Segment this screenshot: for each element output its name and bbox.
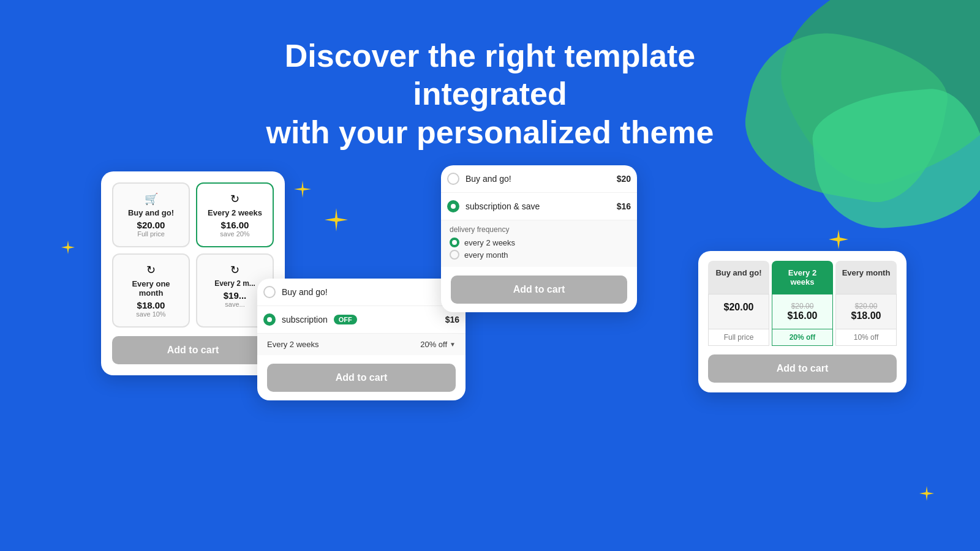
col-header-2weeks[interactable]: Every 2 weeks bbox=[772, 261, 833, 294]
card1-cell-buy[interactable]: 🛒 Buy and go! $20.00 Full price bbox=[112, 182, 190, 247]
freq-value: 20% off ▼ bbox=[420, 340, 456, 349]
radio-left-buy: Buy and go! bbox=[263, 286, 328, 298]
freq-value-text: 20% off bbox=[420, 340, 447, 349]
radio-row-sub[interactable]: subscription OFF $16 bbox=[257, 306, 466, 334]
cell2-price: $16.00 bbox=[203, 220, 266, 230]
col-price-2weeks-old: $20.00 bbox=[777, 302, 827, 310]
card3-row-buy[interactable]: Buy and go! $20 bbox=[441, 165, 637, 193]
card3-footer: Add to cart bbox=[441, 267, 637, 312]
cell1-price: $20.00 bbox=[119, 220, 183, 230]
card1-add-to-cart[interactable]: Add to cart bbox=[112, 336, 274, 364]
freq-label-month: every month bbox=[464, 250, 508, 260]
cell3-price: $18.00 bbox=[119, 300, 183, 310]
radio-label-sub: subscription bbox=[282, 315, 328, 324]
card1-cell-2weeks[interactable]: ↻ Every 2 weeks $16.00 save 20% bbox=[196, 182, 274, 247]
refresh-icon: ↻ bbox=[203, 192, 266, 206]
card3-radio-sub[interactable] bbox=[447, 200, 459, 212]
card3-left-sub: subscription & save bbox=[447, 200, 540, 212]
col-headers: Buy and go! Every 2 weeks Every month bbox=[708, 261, 897, 294]
col-price-month-value: $18.00 bbox=[841, 310, 891, 321]
card1-grid: 🛒 Buy and go! $20.00 Full price ↻ Every … bbox=[112, 182, 274, 328]
cell4-title: Every 2 m... bbox=[203, 279, 266, 288]
card3-label-buy: Buy and go! bbox=[466, 174, 511, 184]
card3-left-buy: Buy and go! bbox=[447, 173, 511, 185]
cell3-sub: save 10% bbox=[119, 310, 183, 318]
freq-option-month[interactable]: every month bbox=[450, 250, 628, 260]
col-sub-buy: Full price bbox=[708, 329, 769, 346]
col-price-month: $20.00 $18.00 bbox=[835, 294, 897, 329]
col-prices: $20.00 $20.00 $16.00 $20.00 $18.00 bbox=[708, 294, 897, 329]
freq-label: Every 2 weeks bbox=[267, 340, 319, 349]
card-subscription-toggle: Buy and go! $20 subscription OFF $16 Eve… bbox=[257, 279, 466, 400]
cell1-title: Buy and go! bbox=[119, 208, 183, 217]
cell2-sub: save 20% bbox=[203, 230, 266, 238]
cell2-title: Every 2 weeks bbox=[203, 208, 266, 217]
delivery-freq-label: delivery frequency bbox=[450, 225, 628, 234]
col-sub-month: 10% off bbox=[835, 329, 897, 346]
radio-row-buy[interactable]: Buy and go! $20 bbox=[257, 279, 466, 306]
radio-label-buy: Buy and go! bbox=[282, 287, 328, 297]
freq-option-2weeks[interactable]: every 2 weeks bbox=[450, 238, 628, 247]
page-title: Discover the right template integrated w… bbox=[214, 37, 766, 151]
card-radio-list: Buy and go! $20 subscription & save $16 … bbox=[441, 165, 637, 312]
card1-cell-month[interactable]: ↻ Every one month $18.00 save 10% bbox=[112, 253, 190, 328]
radio-sub[interactable] bbox=[263, 313, 276, 326]
card3-add-to-cart[interactable]: Add to cart bbox=[451, 276, 627, 304]
col-sub-2weeks: 20% off bbox=[772, 329, 833, 346]
card3-row-sub[interactable]: subscription & save $16 bbox=[441, 193, 637, 220]
cell1-sub: Full price bbox=[119, 230, 183, 238]
card-column-table: Buy and go! Every 2 weeks Every month $2… bbox=[698, 251, 907, 392]
dropdown-arrow: ▼ bbox=[450, 341, 456, 348]
col-header-month[interactable]: Every month bbox=[835, 261, 897, 294]
freq-row[interactable]: Every 2 weeks 20% off ▼ bbox=[257, 334, 466, 355]
card2-footer: Add to cart bbox=[257, 355, 466, 400]
header: Discover the right template integrated w… bbox=[0, 0, 980, 151]
radio-price-sub: $16 bbox=[445, 315, 459, 324]
col-price-2weeks: $20.00 $16.00 bbox=[772, 294, 833, 329]
cards-scene: 🛒 Buy and go! $20.00 Full price ↻ Every … bbox=[0, 159, 980, 539]
refresh-icon-2: ↻ bbox=[119, 263, 183, 277]
card3-price-buy: $20 bbox=[617, 174, 631, 184]
toggle-off[interactable]: OFF bbox=[334, 315, 357, 324]
col-sub-labels: Full price 20% off 10% off bbox=[708, 329, 897, 346]
refresh-icon-3: ↻ bbox=[203, 263, 266, 277]
cell3-title: Every one month bbox=[119, 279, 183, 298]
card3-sub-options: delivery frequency every 2 weeks every m… bbox=[441, 220, 637, 267]
col-price-month-old: $20.00 bbox=[841, 302, 891, 310]
card2-add-to-cart[interactable]: Add to cart bbox=[267, 364, 456, 392]
radio-buy[interactable] bbox=[263, 286, 276, 298]
radio-left-sub: subscription OFF bbox=[263, 313, 357, 326]
col-price-buy-value: $20.00 bbox=[714, 302, 764, 313]
card3-radio-buy[interactable] bbox=[447, 173, 459, 185]
col-header-buy[interactable]: Buy and go! bbox=[708, 261, 769, 294]
card3-price-sub: $16 bbox=[617, 201, 631, 211]
freq-radio-2weeks[interactable] bbox=[450, 238, 459, 247]
card4-add-to-cart[interactable]: Add to cart bbox=[708, 354, 897, 383]
col-price-buy: $20.00 bbox=[708, 294, 769, 329]
card3-label-sub: subscription & save bbox=[466, 201, 540, 211]
col-price-2weeks-value: $16.00 bbox=[777, 310, 827, 321]
freq-radio-month[interactable] bbox=[450, 250, 459, 260]
cart-icon: 🛒 bbox=[119, 192, 183, 206]
freq-label-2weeks: every 2 weeks bbox=[464, 238, 515, 247]
